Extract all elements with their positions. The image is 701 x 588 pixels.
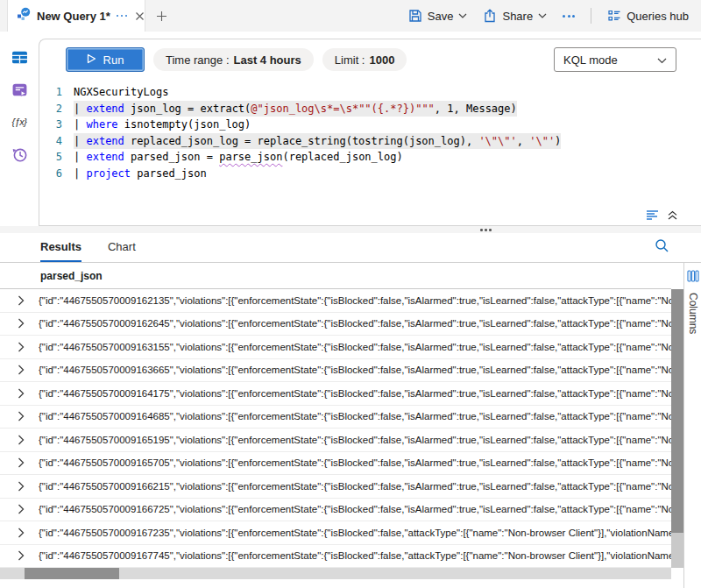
query-section: {ƒx} Run Time range : Last 4 hours bbox=[0, 32, 701, 226]
results-grid: parsed_json {"id":"4467550570009162135",… bbox=[0, 263, 671, 588]
line-code: NGXSecurityLogs bbox=[74, 84, 168, 101]
time-range-label: Time range : bbox=[166, 53, 230, 67]
table-row[interactable]: {"id":"4467550570009162645","violations"… bbox=[0, 313, 671, 337]
results-rows: {"id":"4467550570009162135","violations"… bbox=[0, 289, 671, 568]
time-range-picker[interactable]: Time range : Last 4 hours bbox=[153, 48, 314, 71]
sidebar-item-history[interactable] bbox=[10, 145, 29, 164]
new-tab-button[interactable] bbox=[145, 0, 178, 32]
row-json-text: {"id":"4467550570009165705","violations"… bbox=[39, 457, 671, 468]
query-tab[interactable]: New Query 1* bbox=[7, 0, 145, 32]
query-mode-select[interactable]: KQL mode bbox=[554, 47, 676, 72]
expand-row-icon[interactable] bbox=[18, 550, 26, 561]
expand-row-icon[interactable] bbox=[18, 295, 26, 306]
play-icon bbox=[87, 53, 96, 67]
table-row[interactable]: {"id":"4467550570009164175","violations"… bbox=[0, 382, 671, 406]
line-code: | extend parsed_json = parse_json(replac… bbox=[74, 149, 403, 166]
vertical-scrollbar-thumb[interactable] bbox=[671, 289, 683, 533]
tab-bar: New Query 1* Save S bbox=[0, 0, 701, 32]
vertical-scrollbar-area bbox=[671, 263, 683, 588]
query-toolbar: Run Time range : Last 4 hours Limit : 10… bbox=[39, 39, 701, 80]
table-row[interactable]: {"id":"4467550570009167745","violations"… bbox=[0, 545, 671, 569]
expand-row-icon[interactable] bbox=[18, 365, 26, 375]
save-label: Save bbox=[428, 10, 454, 23]
save-button[interactable]: Save bbox=[408, 9, 468, 23]
more-actions-button[interactable] bbox=[563, 15, 575, 18]
limit-value: 1000 bbox=[369, 53, 394, 67]
row-json-text: {"id":"4467550570009163155","violations"… bbox=[39, 342, 671, 352]
expand-row-icon[interactable] bbox=[18, 318, 26, 329]
share-icon bbox=[483, 9, 497, 23]
query-panel: Run Time range : Last 4 hours Limit : 10… bbox=[39, 39, 701, 226]
table-row[interactable]: {"id":"4467550570009166215","violations"… bbox=[0, 475, 671, 499]
table-row[interactable]: {"id":"4467550570009165705","violations"… bbox=[0, 452, 671, 476]
table-row[interactable]: {"id":"4467550570009167235","violations"… bbox=[0, 521, 671, 545]
expand-row-icon[interactable] bbox=[18, 388, 26, 399]
expand-row-icon[interactable] bbox=[18, 504, 26, 514]
table-row[interactable]: {"id":"4467550570009164685","violations"… bbox=[0, 406, 671, 429]
table-row[interactable]: {"id":"4467550570009166725","violations"… bbox=[0, 499, 671, 522]
columns-panel-label: Columns bbox=[687, 293, 699, 334]
table-row[interactable]: {"id":"4467550570009163665","violations"… bbox=[0, 359, 671, 383]
pane-splitter[interactable] bbox=[0, 226, 701, 233]
chevron-down-icon bbox=[458, 13, 467, 18]
expand-row-icon[interactable] bbox=[18, 481, 26, 492]
tab-results-label: Results bbox=[40, 240, 81, 253]
azure-data-explorer-window: New Query 1* Save S bbox=[0, 0, 701, 588]
queries-hub-icon bbox=[607, 9, 621, 23]
expand-row-icon[interactable] bbox=[18, 528, 26, 538]
expand-row-icon[interactable] bbox=[18, 435, 26, 445]
tab-chart-label: Chart bbox=[108, 240, 136, 253]
line-number: 4 bbox=[39, 133, 62, 150]
sidebar-item-queries[interactable] bbox=[10, 80, 29, 99]
tab-chart[interactable]: Chart bbox=[108, 233, 136, 262]
table-row[interactable]: {"id":"4467550570009165195","violations"… bbox=[0, 429, 671, 452]
row-json-text: {"id":"4467550570009166725","violations"… bbox=[39, 504, 671, 514]
editor-line: 2 | extend json_log = extract(@"json_log… bbox=[39, 101, 701, 117]
chevron-down-icon bbox=[657, 53, 667, 67]
query-mode-value: KQL mode bbox=[563, 53, 618, 67]
collapse-panel-icon[interactable] bbox=[667, 209, 678, 221]
collapse-lines-icon[interactable] bbox=[646, 209, 659, 221]
line-code: | extend replaced_json_log = replace_str… bbox=[74, 133, 561, 150]
search-results-button[interactable] bbox=[655, 233, 669, 262]
top-actions: Save Share bbox=[408, 0, 701, 32]
chevron-down-icon bbox=[538, 13, 547, 18]
row-json-text: {"id":"4467550570009165195","violations"… bbox=[39, 435, 671, 445]
column-header-parsed-json[interactable]: parsed_json bbox=[0, 263, 671, 289]
tab-results[interactable]: Results bbox=[40, 233, 81, 262]
row-json-text: {"id":"4467550570009167235","violations"… bbox=[39, 528, 671, 538]
tab-title: New Query 1* bbox=[37, 10, 110, 23]
queries-hub-button[interactable]: Queries hub bbox=[607, 9, 689, 23]
save-icon bbox=[408, 9, 422, 23]
table-row[interactable]: {"id":"4467550570009162135","violations"… bbox=[0, 289, 671, 313]
editor-line: 6 | project parsed_json bbox=[39, 166, 701, 182]
queries-hub-label: Queries hub bbox=[627, 10, 689, 23]
search-icon bbox=[655, 238, 669, 257]
horizontal-scrollbar[interactable] bbox=[0, 568, 671, 579]
row-json-text: {"id":"4467550570009163665","violations"… bbox=[39, 365, 671, 375]
row-json-text: {"id":"4467550570009162645","violations"… bbox=[39, 318, 671, 329]
sidebar-item-functions[interactable]: {ƒx} bbox=[10, 112, 29, 131]
vertical-scrollbar[interactable] bbox=[671, 289, 683, 568]
expand-row-icon[interactable] bbox=[18, 457, 26, 468]
tab-close-icon[interactable] bbox=[135, 11, 145, 21]
row-json-text: {"id":"4467550570009166215","violations"… bbox=[39, 481, 671, 492]
tab-more-icon[interactable] bbox=[117, 15, 128, 18]
row-json-text: {"id":"4467550570009167745","violations"… bbox=[39, 550, 671, 561]
horizontal-scrollbar-thumb[interactable] bbox=[25, 568, 119, 579]
sidebar-item-tables[interactable] bbox=[10, 47, 29, 67]
kql-editor[interactable]: 1 NGXSecurityLogs 2 | extend json_log = … bbox=[39, 80, 701, 204]
row-json-text: {"id":"4467550570009164175","violations"… bbox=[39, 388, 671, 399]
expand-row-icon[interactable] bbox=[18, 411, 26, 422]
line-number: 2 bbox=[39, 101, 62, 117]
share-button[interactable]: Share bbox=[483, 9, 547, 23]
run-button[interactable]: Run bbox=[66, 47, 145, 72]
table-row[interactable]: {"id":"4467550570009163155","violations"… bbox=[0, 336, 671, 359]
time-range-value: Last 4 hours bbox=[234, 53, 301, 67]
left-sidebar: {ƒx} bbox=[0, 32, 39, 226]
columns-panel-toggle[interactable]: Columns bbox=[683, 263, 701, 588]
line-code: | where isnotempty(json_log) bbox=[74, 117, 251, 133]
limit-picker[interactable]: Limit : 1000 bbox=[322, 48, 407, 71]
expand-row-icon[interactable] bbox=[18, 342, 26, 352]
splitter-handle-icon bbox=[480, 229, 492, 231]
